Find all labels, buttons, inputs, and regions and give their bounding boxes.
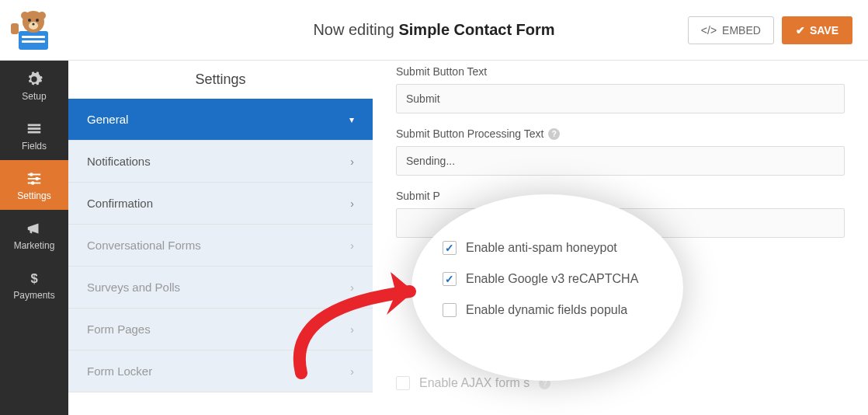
chevron-right-icon: ›: [350, 239, 354, 252]
subpanel-body[interactable]: General ▾ Notifications › Confirmation ›…: [68, 99, 373, 415]
dynamic-checkbox-row: Enable dynamic fields popula: [443, 303, 691, 317]
chevron-down-icon: ▾: [349, 114, 354, 125]
sidebar-item-marketing[interactable]: Marketing: [0, 210, 68, 260]
svg-point-7: [36, 19, 39, 22]
chevron-right-icon: ›: [350, 155, 354, 168]
svg-rect-10: [11, 23, 19, 34]
svg-point-17: [35, 177, 39, 181]
subpanel-item-general[interactable]: General ▾: [68, 99, 373, 141]
svg-point-9: [32, 23, 34, 25]
subpanel-item-form-pages[interactable]: Form Pages ›: [68, 309, 373, 350]
svg-point-5: [38, 12, 46, 19]
save-label: SAVE: [810, 24, 838, 37]
submit-text-label: Submit Button Text: [396, 65, 845, 78]
submit-p-group: Submit P: [396, 190, 845, 238]
page-title: Now editing Simple Contact Form: [313, 21, 554, 39]
subpanel-item-confirmation[interactable]: Confirmation ›: [68, 183, 373, 225]
honeypot-checkbox-row: Enable anti-spam honeypot: [443, 241, 691, 255]
save-button[interactable]: ✔ SAVE: [782, 16, 852, 44]
sidebar-label: Fields: [22, 141, 47, 152]
content-panel[interactable]: Submit Button Text Submit Button Process…: [373, 61, 868, 415]
help-icon[interactable]: ?: [548, 128, 560, 140]
subpanel-item-notifications[interactable]: Notifications ›: [68, 141, 373, 183]
title-form-name: Simple Contact Form: [398, 21, 554, 38]
svg-rect-1: [22, 36, 45, 38]
sidebar-item-payments[interactable]: $ Payments: [0, 260, 68, 309]
processing-text-label: Submit Button Processing Text ?: [396, 127, 845, 140]
subpanel-title: Settings: [68, 61, 373, 99]
megaphone-icon: [26, 220, 43, 237]
svg-point-19: [31, 181, 35, 185]
subpanel-label: Surveys and Polls: [87, 281, 180, 294]
sidebar-label: Setup: [22, 91, 46, 102]
subpanel-label: Notifications: [87, 155, 151, 168]
sidebar-label: Payments: [13, 290, 54, 301]
help-icon[interactable]: ?: [539, 378, 550, 389]
chevron-right-icon: ›: [350, 323, 354, 336]
title-prefix: Now editing: [313, 21, 394, 38]
submit-text-group: Submit Button Text: [396, 65, 845, 113]
subpanel-item-conversational[interactable]: Conversational Forms ›: [68, 225, 373, 267]
subpanel-label: Confirmation: [87, 197, 153, 210]
settings-subpanel: Settings General ▾ Notifications › Confi…: [68, 61, 373, 415]
recaptcha-checkbox-row: Enable Google v3 reCAPTCHA: [443, 272, 691, 286]
processing-label-text: Submit Button Processing Text: [396, 127, 543, 140]
sidebar-item-fields[interactable]: Fields: [0, 110, 68, 160]
sliders-icon: [26, 170, 43, 187]
subpanel-item-form-locker[interactable]: Form Locker ›: [68, 350, 373, 392]
app-logo: [11, 8, 56, 53]
submit-p-label: Submit P: [396, 190, 845, 202]
processing-text-group: Submit Button Processing Text ?: [396, 127, 845, 176]
embed-button[interactable]: </> EMBED: [688, 16, 774, 44]
ajax-checkbox[interactable]: [396, 376, 410, 390]
svg-text:$: $: [30, 271, 37, 285]
ajax-checkbox-row: Enable AJAX form s ?: [396, 376, 845, 390]
check-icon: ✔: [796, 24, 805, 37]
svg-rect-12: [28, 127, 41, 130]
svg-point-15: [30, 173, 33, 176]
submit-p-input[interactable]: [396, 208, 845, 238]
svg-rect-2: [22, 40, 45, 43]
sidebar-label: Marketing: [14, 240, 55, 251]
sidebar-item-settings[interactable]: Settings: [0, 160, 68, 210]
honeypot-checkbox-label: Enable anti-spam honeypot: [466, 241, 617, 255]
honeypot-checkbox[interactable]: [443, 241, 457, 255]
svg-rect-13: [28, 131, 41, 134]
top-bar: Now editing Simple Contact Form </> EMBE…: [0, 0, 868, 61]
main-area: Setup Fields Settings Marketing $ Paymen…: [0, 61, 868, 415]
chevron-right-icon: ›: [350, 197, 354, 210]
sidebar-label: Settings: [17, 190, 50, 201]
svg-point-4: [21, 12, 29, 19]
dollar-icon: $: [26, 270, 43, 287]
embed-label: EMBED: [722, 24, 761, 37]
gear-icon: [26, 71, 43, 88]
subpanel-item-surveys[interactable]: Surveys and Polls ›: [68, 267, 373, 309]
svg-rect-11: [28, 124, 41, 127]
recaptcha-checkbox-label: Enable Google v3 reCAPTCHA: [466, 272, 638, 286]
primary-sidebar: Setup Fields Settings Marketing $ Paymen…: [0, 61, 68, 415]
subpanel-label: Form Pages: [87, 323, 151, 336]
chevron-right-icon: ›: [350, 281, 354, 294]
svg-point-6: [28, 19, 31, 22]
ajax-checkbox-label: Enable AJAX form s: [419, 376, 529, 390]
list-icon: [26, 120, 43, 138]
chevron-right-icon: ›: [350, 365, 354, 378]
code-icon: </>: [701, 24, 717, 37]
processing-text-input[interactable]: [396, 146, 845, 176]
dynamic-checkbox-label: Enable dynamic fields popula: [466, 303, 627, 317]
subpanel-label: General: [87, 113, 128, 126]
recaptcha-checkbox[interactable]: [443, 272, 457, 286]
subpanel-label: Conversational Forms: [87, 239, 201, 252]
submit-text-input[interactable]: [396, 84, 845, 113]
dynamic-checkbox[interactable]: [443, 303, 457, 317]
highlighted-checkboxes: Enable anti-spam honeypot Enable Google …: [443, 241, 691, 334]
subpanel-label: Form Locker: [87, 364, 152, 378]
sidebar-item-setup[interactable]: Setup: [0, 61, 68, 110]
